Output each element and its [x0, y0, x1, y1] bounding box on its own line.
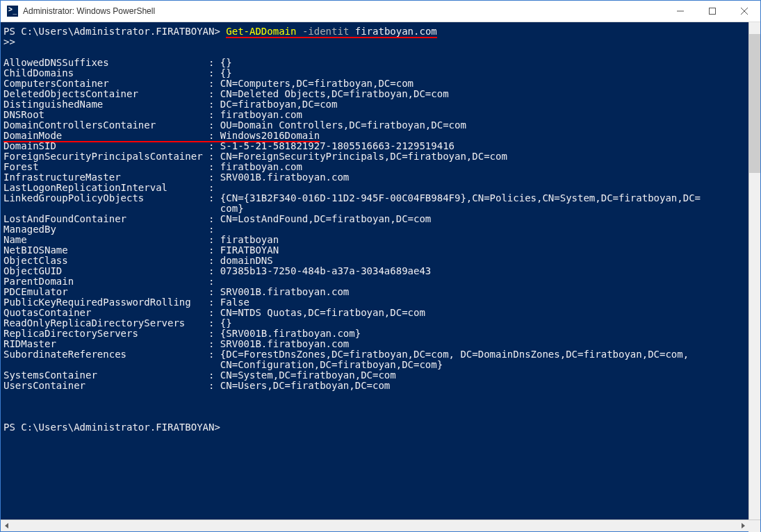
- property-row: Forest : firatboyan.com: [3, 162, 748, 172]
- property-row: DeletedObjectsContainer : CN=Deleted Obj…: [3, 89, 748, 99]
- property-row: ForeignSecurityPrincipalsContainer : CN=…: [3, 151, 748, 162]
- svg-marker-5: [742, 523, 745, 529]
- property-row: ParentDomain :: [3, 276, 748, 287]
- powershell-window: Administrator: Windows PowerShell PS C:\…: [0, 0, 761, 532]
- property-row: RIDMaster : SRV001B.firatboyan.com: [3, 339, 748, 349]
- property-row: NetBIOSName : FIRATBOYAN: [3, 245, 748, 256]
- titlebar[interactable]: Administrator: Windows PowerShell: [1, 1, 760, 22]
- powershell-icon: [7, 6, 18, 17]
- cmdlet-name: Get-ADDomain: [226, 26, 296, 38]
- property-row: ManagedBy :: [3, 224, 748, 235]
- property-row: DistinguishedName : DC=firatboyan,DC=com: [3, 99, 748, 110]
- horizontal-scrollbar[interactable]: [1, 519, 760, 531]
- window-title: Administrator: Windows PowerShell: [23, 6, 664, 16]
- property-row: DomainMode : Windows2016Domain: [3, 131, 748, 141]
- property-row: ComputersContainer : CN=Computers,DC=fir…: [3, 78, 748, 89]
- property-row: UsersContainer : CN=Users,DC=firatboyan,…: [3, 381, 748, 391]
- svg-marker-4: [5, 523, 8, 529]
- cmdlet-param: -identit: [296, 26, 354, 38]
- property-row: ObjectClass : domainDNS: [3, 256, 748, 266]
- property-row: LastLogonReplicationInterval :: [3, 183, 748, 193]
- scroll-right-arrow[interactable]: [737, 520, 748, 532]
- terminal-output[interactable]: PS C:\Users\Administrator.FIRATBOYAN> Ge…: [1, 22, 748, 519]
- property-row: LostAndFoundContainer : CN=LostAndFound,…: [3, 214, 748, 224]
- property-row: Name : firatboyan: [3, 235, 748, 245]
- property-row: DomainControllersContainer : OU=Domain C…: [3, 120, 748, 131]
- property-row: AllowedDNSSuffixes : {}: [3, 58, 748, 68]
- prompt-prefix: PS C:\Users\Administrator.FIRATBOYAN>: [3, 26, 226, 37]
- vertical-scrollbar[interactable]: [748, 22, 760, 519]
- property-row: PDCEmulator : SRV001B.firatboyan.com: [3, 287, 748, 297]
- property-row: ObjectGUID : 07385b13-7250-484b-a37a-303…: [3, 266, 748, 276]
- property-row: LinkedGroupPolicyObjects : {CN={31B2F340…: [3, 193, 748, 214]
- property-row: SubordinateReferences : {DC=ForestDnsZon…: [3, 349, 748, 370]
- property-row: ChildDomains : {}: [3, 68, 748, 78]
- property-row: InfrastructureMaster : SRV001B.firatboya…: [3, 172, 748, 183]
- property-row: DNSRoot : firatboyan.com: [3, 110, 748, 120]
- terminal-area: PS C:\Users\Administrator.FIRATBOYAN> Ge…: [1, 22, 760, 519]
- property-row: ReplicaDirectoryServers : {SRV001B.firat…: [3, 329, 748, 339]
- resize-grip[interactable]: [748, 520, 760, 532]
- continuation-prompt: >>: [3, 36, 15, 47]
- vertical-scrollbar-thumb[interactable]: [749, 34, 760, 173]
- svg-rect-1: [710, 8, 716, 15]
- property-row: ReadOnlyReplicaDirectoryServers : {}: [3, 318, 748, 329]
- maximize-button[interactable]: [696, 1, 728, 22]
- horizontal-scrollbar-track[interactable]: [13, 520, 737, 531]
- property-row: DomainSID : S-1-5-21-581821927-180551666…: [3, 141, 748, 151]
- prompt-prefix: PS C:\Users\Administrator.FIRATBOYAN>: [3, 422, 220, 433]
- property-row: QuotasContainer : CN=NTDS Quotas,DC=fira…: [3, 308, 748, 318]
- minimize-button[interactable]: [664, 1, 696, 22]
- scroll-left-arrow[interactable]: [1, 520, 13, 532]
- cmdlet-arg: firatboyan.com: [355, 26, 437, 38]
- property-row: SystemsContainer : CN=System,DC=firatboy…: [3, 370, 748, 381]
- property-row: PublicKeyRequiredPasswordRolling : False: [3, 297, 748, 308]
- close-button[interactable]: [728, 1, 760, 22]
- window-controls: [664, 1, 760, 22]
